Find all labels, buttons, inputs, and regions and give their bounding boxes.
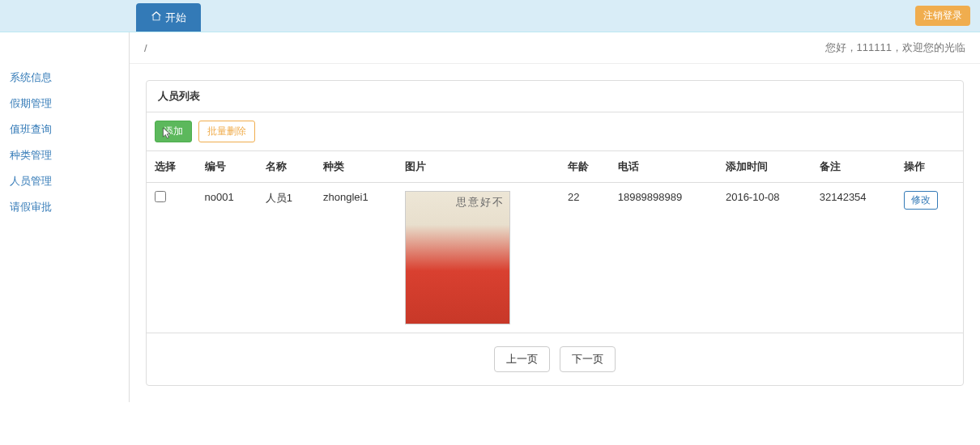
image-caption: 好	[480, 197, 492, 319]
edit-button[interactable]: 修改	[904, 191, 938, 210]
image-caption: 不	[492, 197, 505, 319]
col-select: 选择	[147, 151, 197, 183]
sidebar-item-leave-approval[interactable]: 请假审批	[0, 194, 129, 220]
cell-action: 修改	[896, 183, 963, 333]
add-button[interactable]: 添加	[155, 121, 192, 142]
breadcrumb-row: / 您好，111111，欢迎您的光临	[130, 32, 980, 64]
col-code: 编号	[197, 151, 258, 183]
row-image: 不 好 意 思	[405, 191, 510, 324]
sidebar-item-label: 人员管理	[10, 175, 52, 187]
cell-remark: 32142354	[812, 183, 896, 333]
col-category: 种类	[315, 151, 397, 183]
col-age: 年龄	[560, 151, 610, 183]
tab-start-label: 开始	[165, 11, 186, 25]
cell-image: 不 好 意 思	[397, 183, 560, 333]
sidebar-item-person-mgmt[interactable]: 人员管理	[0, 168, 129, 194]
sidebar-item-label: 系统信息	[10, 71, 52, 83]
person-table: 选择 编号 名称 种类 图片 年龄 电话 添加时间 备注 操作	[147, 150, 963, 333]
cell-add-time: 2016-10-08	[718, 183, 812, 333]
sidebar-item-label: 假期管理	[10, 97, 52, 109]
cell-category: zhonglei1	[315, 183, 397, 333]
col-name: 名称	[258, 151, 315, 183]
col-image: 图片	[397, 151, 560, 183]
sidebar-item-label: 请假审批	[10, 201, 52, 213]
image-caption: 意	[468, 197, 480, 319]
sidebar-item-duty-query[interactable]: 值班查询	[0, 117, 129, 142]
batch-delete-button[interactable]: 批量删除	[198, 121, 255, 142]
cell-code: no001	[197, 183, 258, 333]
cell-name: 人员1	[258, 183, 315, 333]
col-remark: 备注	[812, 151, 896, 183]
panel-person-list: 人员列表 添加 批量删除 选择 编号 名称 种类	[146, 80, 964, 386]
col-add-time: 添加时间	[718, 151, 812, 183]
panel-toolbar: 添加 批量删除	[147, 112, 963, 150]
col-action: 操作	[896, 151, 963, 183]
breadcrumb: /	[144, 42, 147, 54]
welcome-text: 您好，111111，欢迎您的光临	[825, 40, 965, 55]
col-phone: 电话	[610, 151, 718, 183]
row-checkbox[interactable]	[155, 191, 166, 202]
main: / 您好，111111，欢迎您的光临 人员列表 添加 批量删除 选择	[130, 32, 980, 402]
prev-page-button[interactable]: 上一页	[494, 346, 550, 372]
sidebar-item-holiday-mgmt[interactable]: 假期管理	[0, 91, 129, 117]
sidebar: 系统信息 假期管理 值班查询 种类管理 人员管理 请假审批	[0, 32, 130, 402]
sidebar-item-label: 值班查询	[10, 123, 52, 135]
image-caption: 思	[456, 197, 468, 319]
next-page-button[interactable]: 下一页	[560, 346, 616, 372]
tab-start[interactable]: 开始	[136, 3, 201, 32]
logout-button[interactable]: 注销登录	[915, 6, 970, 26]
add-button-label: 添加	[164, 125, 183, 138]
topbar: 开始 注销登录	[0, 0, 980, 32]
pager: 上一页 下一页	[147, 333, 963, 385]
cell-age: 22	[560, 183, 610, 333]
panel-title: 人员列表	[147, 81, 963, 112]
sidebar-item-label: 种类管理	[10, 149, 52, 161]
cell-phone: 18989898989	[610, 183, 718, 333]
home-icon	[151, 11, 162, 24]
table-row: no001 人员1 zhonglei1 不 好 意 思	[147, 183, 963, 333]
sidebar-item-system-info[interactable]: 系统信息	[0, 65, 129, 91]
sidebar-item-category-mgmt[interactable]: 种类管理	[0, 142, 129, 168]
table-header-row: 选择 编号 名称 种类 图片 年龄 电话 添加时间 备注 操作	[147, 151, 963, 183]
